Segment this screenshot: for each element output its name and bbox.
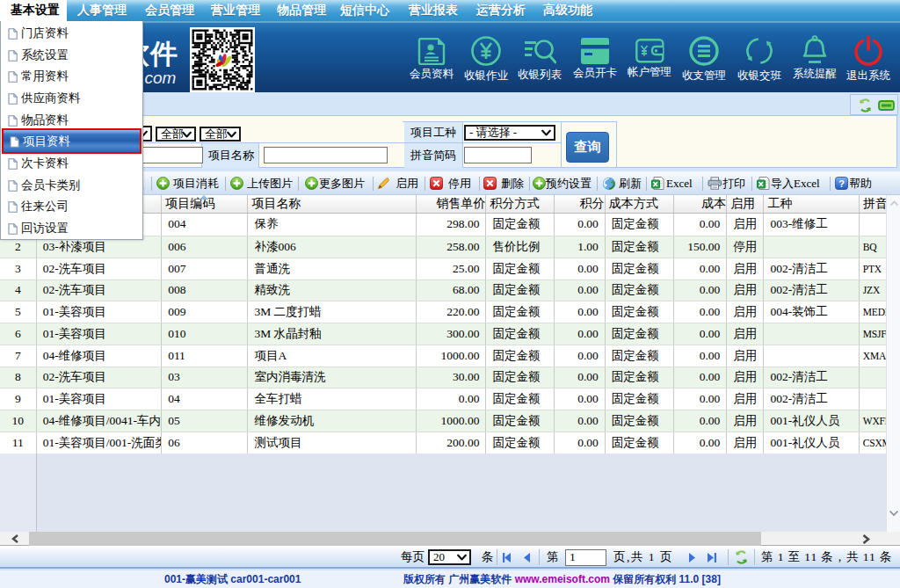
svg-text:?: ? xyxy=(838,178,845,189)
